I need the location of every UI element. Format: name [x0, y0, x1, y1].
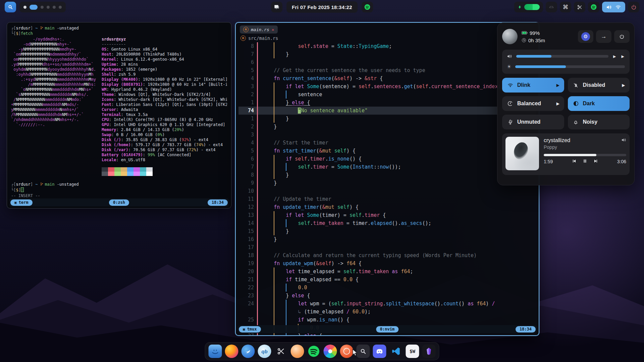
code-line[interactable]: 2 sentence: [238, 90, 536, 99]
terminal-window[interactable]: ┌[srdusr] ~main -unstaged └[$]fetch -/oy…: [7, 22, 231, 208]
command-key-button[interactable]: ⌘: [560, 2, 571, 12]
code-line[interactable]: 13 if let Some(timer) = self.timer {: [238, 211, 536, 219]
code-line[interactable]: ↳ (time_elapsed / 60.0);: [238, 308, 536, 316]
mouse-cursor: [352, 349, 359, 358]
code-line[interactable]: 5 // Get the current sentence the user n…: [238, 66, 536, 74]
volume-network-pill[interactable]: [602, 2, 625, 12]
dock-thunderbird[interactable]: [241, 345, 255, 358]
next-track-button[interactable]: [594, 159, 599, 165]
rust-icon: R: [243, 27, 249, 32]
clock-date[interactable]: Fri 07 Feb 2025 18:34:22: [286, 1, 358, 13]
dock-qbittorrent[interactable]: qb: [258, 345, 271, 358]
workspace-dot-empty[interactable]: [53, 6, 56, 9]
dock-photos[interactable]: [324, 345, 337, 358]
code-line[interactable]: 1 } else {: [238, 99, 536, 107]
settings-button[interactable]: ⚙: [578, 30, 593, 43]
code-line[interactable]: 8 self.state = State::TypingGame;: [238, 42, 536, 50]
spotify-tray-button[interactable]: [362, 2, 373, 12]
code-line[interactable]: 8 }: [238, 171, 536, 179]
workspace-dot-active[interactable]: [30, 5, 38, 10]
toggle-balanced[interactable]: Balanced▶: [502, 96, 564, 111]
code-line[interactable]: 15 }: [238, 227, 536, 235]
logout-button[interactable]: →: [596, 30, 611, 43]
code-line[interactable]: 18 // Calculate and return the current t…: [238, 251, 536, 259]
tmux-window-pill[interactable]: 0:zsh: [109, 199, 129, 206]
tab-close-icon[interactable]: ×: [272, 27, 274, 32]
workspace-pill[interactable]: [19, 2, 66, 12]
code-line[interactable]: 4 // Start the timer: [238, 139, 536, 147]
toggle-dlink[interactable]: Dlink▶: [502, 78, 564, 93]
battery-indicator[interactable]: [514, 2, 543, 12]
code-line[interactable]: 14 self.time_taken = timer.elapsed().as_…: [238, 219, 536, 227]
speaker-icon: [606, 4, 612, 10]
chevron-right-icon[interactable]: ▶: [621, 54, 625, 59]
workspace-dot-empty[interactable]: [47, 6, 50, 9]
workspace-dot-occupied[interactable]: [23, 6, 26, 9]
code-line[interactable]: 20 let time_elapsed = self.time_taken as…: [238, 267, 536, 276]
pause-button[interactable]: [583, 159, 588, 165]
dock-firefox[interactable]: [225, 345, 238, 358]
code-line[interactable]: 22 0.0: [238, 284, 536, 292]
tab-main-rs[interactable]: R main.rs ×: [240, 25, 278, 34]
previous-track-button[interactable]: [572, 159, 577, 165]
code-line[interactable]: 3 if let Some(sentence) = self.sentences…: [238, 82, 536, 90]
code-line[interactable]: 11 // Update the timer: [238, 195, 536, 203]
chevron-right-icon[interactable]: ▶: [556, 83, 559, 87]
power-button[interactable]: [614, 30, 630, 43]
tmux-session-pill[interactable]: ▣term: [10, 199, 33, 206]
keyboard-backlight-button[interactable]: [546, 2, 557, 12]
avatar[interactable]: [502, 29, 518, 44]
dock-wezterm-dollar-w[interactable]: $W: [406, 345, 419, 358]
neovim-window[interactable]: R main.rs × R src/main.rs 8 self.state =…: [235, 22, 539, 336]
code-line[interactable]: 6 if self.timer.is_none() {: [238, 155, 536, 163]
code-area[interactable]: 8 self.state = State::TypingGame;7 }65 /…: [238, 42, 536, 335]
code-line[interactable]: 25 if wpm.is_nan() {: [238, 316, 536, 324]
tmux-session-pill[interactable]: ▣tmux: [239, 326, 261, 333]
workspace-dot-empty[interactable]: [59, 6, 62, 9]
screenshot-button[interactable]: [574, 2, 585, 12]
code-line[interactable]: 9 }: [238, 179, 536, 187]
dock-vscode[interactable]: [389, 345, 403, 358]
launcher-search-button[interactable]: [5, 2, 16, 12]
dock-orange-circle-app[interactable]: [291, 345, 304, 358]
dock-spotify[interactable]: [307, 345, 321, 358]
notifications-button[interactable]: [271, 2, 282, 12]
code-line[interactable]: 3: [238, 131, 536, 139]
brightness-slider[interactable]: [515, 65, 625, 68]
chevron-right-icon[interactable]: ▶: [556, 102, 559, 106]
code-line[interactable]: 10: [238, 187, 536, 195]
dock-obsidian[interactable]: [422, 345, 436, 358]
code-line[interactable]: 24 let wpm = (self.input_string.split_wh…: [238, 300, 536, 308]
dock-file-manager[interactable]: [209, 345, 222, 358]
code-line[interactable]: 21 if time_elapsed == 0.0 {: [238, 276, 536, 284]
code-line[interactable]: 6: [238, 58, 536, 66]
code-line[interactable]: 7 self.timer = Some(Instant::now());: [238, 163, 536, 171]
code-line[interactable]: 2 }: [238, 123, 536, 131]
toggle-dark[interactable]: Dark: [568, 96, 630, 111]
charging-bolt-icon: [518, 4, 522, 10]
code-line[interactable]: 4 fn current_sentence(&self) -> &str {: [238, 74, 536, 82]
toggle-disabled[interactable]: Disabled▶: [568, 78, 630, 93]
chevron-right-icon[interactable]: ▶: [622, 83, 625, 87]
chevron-right-icon[interactable]: ▶: [612, 54, 616, 59]
toggle-noisy[interactable]: Noisy: [568, 115, 630, 129]
code-line[interactable]: 7 }: [238, 50, 536, 58]
code-line[interactable]: 5 fn start_timer(&mut self) {: [238, 147, 536, 155]
workspace-dot-empty[interactable]: [41, 6, 44, 9]
tmux-window-pill[interactable]: 0:nvim: [376, 326, 398, 333]
code-line[interactable]: 74 "No sentence available": [238, 107, 536, 115]
code-line[interactable]: 19 fn update_wpm(&self) -> f64 {: [238, 259, 536, 267]
code-line[interactable]: 23 } else {: [238, 292, 536, 300]
code-line[interactable]: 17: [238, 243, 536, 251]
media-progress-bar[interactable]: [544, 154, 626, 156]
dock-inkscape[interactable]: [274, 345, 288, 358]
code-line[interactable]: 12 fn update_timer(&mut self) {: [238, 203, 536, 211]
power-button[interactable]: [628, 2, 639, 12]
dock-discord[interactable]: [373, 345, 386, 358]
code-line[interactable]: 1 }: [238, 115, 536, 123]
spotify-applet-button[interactable]: [588, 2, 599, 12]
speaker-icon[interactable]: [621, 137, 626, 144]
code-line[interactable]: 16 }: [238, 235, 536, 243]
volume-slider[interactable]: [516, 55, 608, 58]
toggle-unmuted[interactable]: Unmuted: [502, 115, 564, 129]
